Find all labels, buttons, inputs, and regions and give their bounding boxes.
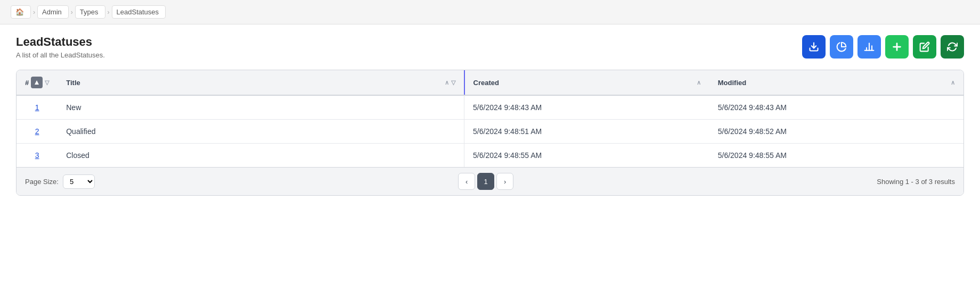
breadcrumb-admin-label: Admin [42,8,62,16]
cell-title: Qualified [58,120,464,144]
svg-marker-7 [35,80,39,85]
row-link[interactable]: 1 [35,103,39,112]
bar-chart-icon [864,41,875,52]
page-header: LeadStatuses A list of all the LeadStatu… [0,24,980,64]
col-modified-label: Modified [718,79,746,87]
page-size-control: Page Size: 5 10 25 50 100 [25,174,95,189]
cell-created: 5/6/2024 9:48:51 AM [464,120,709,144]
table-row: 1 New 5/6/2024 9:48:43 AM 5/6/2024 9:48:… [17,95,963,120]
table-body: 1 New 5/6/2024 9:48:43 AM 5/6/2024 9:48:… [17,95,963,167]
breadcrumb-separator-2: › [71,9,73,16]
page-size-label: Page Size: [25,178,59,186]
breadcrumb: 🏠 › Admin › Types › LeadStatuses [0,0,980,24]
refresh-icon [947,41,958,52]
sort-modified-icon[interactable]: ∧ [951,79,955,86]
page-title-block: LeadStatuses A list of all the LeadStatu… [16,35,105,59]
filter-num-icon[interactable]: ▽ [45,79,49,86]
breadcrumb-separator-1: › [33,9,35,16]
table-container: # ▽ Title ∧ ▽ [16,70,964,196]
cell-modified: 5/6/2024 9:48:52 AM [709,120,963,144]
col-created-label: Created [473,79,499,87]
cell-created: 5/6/2024 9:48:55 AM [464,144,709,168]
add-icon [891,41,903,53]
filter-title-icon[interactable]: ▽ [451,79,455,86]
cell-title: New [58,95,464,120]
breadcrumb-admin[interactable]: Admin [37,5,69,19]
data-table: # ▽ Title ∧ ▽ [17,70,963,167]
main-content: # ▽ Title ∧ ▽ [0,64,980,206]
refresh-button[interactable] [941,35,964,59]
table-row: 2 Qualified 5/6/2024 9:48:51 AM 5/6/2024… [17,120,963,144]
pagination-next-button[interactable]: › [496,173,513,190]
col-num-label: # [25,79,29,87]
edit-button[interactable] [913,35,936,59]
breadcrumb-separator-3: › [108,9,110,16]
sort-created-icon[interactable]: ∧ [697,79,701,86]
cell-num: 1 [17,95,58,120]
sort-title-icon[interactable]: ∧ [445,79,449,86]
pie-chart-icon [836,41,847,52]
col-header-created: Created ∧ [464,70,709,95]
col-header-num: # ▽ [17,70,58,95]
cell-title: Closed [58,144,464,168]
table-footer: Page Size: 5 10 25 50 100 ‹ 1 › Showing … [17,167,963,195]
cell-modified: 5/6/2024 9:48:43 AM [709,95,963,120]
home-icon: 🏠 [15,8,24,16]
pie-chart-button[interactable] [830,35,853,59]
cell-created: 5/6/2024 9:48:43 AM [464,95,709,120]
col-header-title: Title ∧ ▽ [58,70,464,95]
breadcrumb-types[interactable]: Types [75,5,105,19]
col-title-label: Title [66,79,80,87]
results-text: Showing 1 - 3 of 3 results [877,178,955,186]
pagination-page-1-button[interactable]: 1 [477,173,494,190]
table-row: 3 Closed 5/6/2024 9:48:55 AM 5/6/2024 9:… [17,144,963,168]
sort-num-button[interactable] [31,77,43,88]
cell-num: 3 [17,144,58,168]
col-header-modified: Modified ∧ [709,70,963,95]
cell-modified: 5/6/2024 9:48:55 AM [709,144,963,168]
add-button[interactable] [885,35,909,59]
breadcrumb-home[interactable]: 🏠 [11,5,31,19]
sort-up-icon [34,80,39,85]
page-size-select[interactable]: 5 10 25 50 100 [63,174,95,189]
breadcrumb-leadstatuses[interactable]: LeadStatuses [112,5,166,19]
download-icon [808,41,819,52]
bar-chart-button[interactable] [858,35,881,59]
page-title: LeadStatuses [16,35,105,49]
download-button[interactable] [802,35,826,59]
row-link[interactable]: 2 [35,127,39,136]
breadcrumb-leadstatuses-label: LeadStatuses [117,8,159,16]
pagination: ‹ 1 › [458,173,513,190]
cell-num: 2 [17,120,58,144]
row-link[interactable]: 3 [35,151,39,160]
page-subtitle: A list of all the LeadStatuses. [16,51,105,59]
breadcrumb-types-label: Types [80,8,99,16]
edit-icon [919,41,930,52]
pagination-prev-button[interactable]: ‹ [458,173,475,190]
table-header-row: # ▽ Title ∧ ▽ [17,70,963,95]
toolbar-buttons [802,35,964,59]
